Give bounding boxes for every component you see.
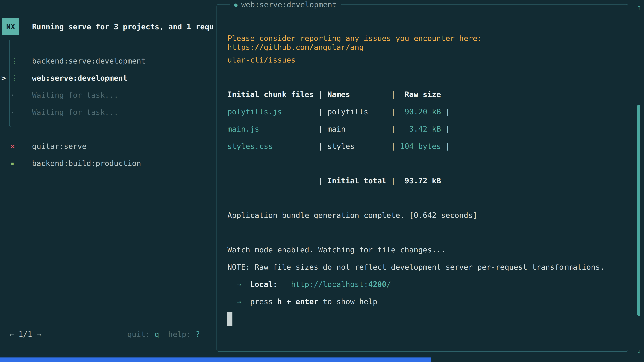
pipe-glyph: | <box>318 124 323 133</box>
page-prev-icon[interactable]: ← <box>10 330 14 339</box>
chunk-file: polyfills.js <box>228 107 314 116</box>
task-label: backend:serve:development <box>32 56 146 65</box>
task-label: Waiting for task... <box>32 108 118 117</box>
blank-line <box>228 68 621 86</box>
url-host: http://localhost: <box>291 280 368 289</box>
scroll-down-icon[interactable]: ↓ <box>635 346 643 356</box>
keyboard-hints: quit: q help: ? <box>127 326 200 343</box>
terminal-output: Please consider reporting any issues you… <box>217 4 628 328</box>
task-label: Waiting for task... <box>32 91 118 99</box>
chunk-table-header: Initial chunk files | Names | Raw size <box>228 86 621 103</box>
pipe-glyph: | <box>391 90 396 99</box>
task-label: guitar:serve <box>32 142 86 151</box>
initial-total-row: | Initial total | 93.72 kB <box>228 172 621 189</box>
blank-line <box>228 224 621 241</box>
spinner-icon: ⋮ <box>10 73 32 82</box>
chunk-size: 3.42 kB <box>400 124 441 133</box>
pipe-glyph: | <box>318 90 323 99</box>
chunk-size: 90.20 kB <box>400 107 441 116</box>
status-bar <box>0 358 431 362</box>
arrow-icon: → <box>236 280 241 289</box>
finished-task-list: × guitar:serve ▪ backend:build:productio… <box>0 138 141 172</box>
blank-line <box>228 155 621 172</box>
chunk-file: styles.css <box>228 142 314 151</box>
chunk-size: 104 bytes <box>400 142 441 151</box>
terminal-cursor <box>228 312 232 326</box>
left-panel-header: NX Running serve for 3 projects, and 1 r… <box>2 18 214 35</box>
task-row-backend-build[interactable]: ▪ backend:build:production <box>0 155 141 172</box>
initial-total-label: Initial total <box>327 176 386 185</box>
help-hint-line: → press h + enter to show help <box>228 293 621 310</box>
task-row-backend-serve[interactable]: ⋮ backend:serve:development <box>0 52 146 69</box>
waiting-dot-icon: · <box>10 91 32 99</box>
quit-hint-label: quit: <box>127 330 150 339</box>
local-label: Local: <box>250 280 278 289</box>
watch-mode-line: Watch mode enabled. Watching for file ch… <box>228 241 621 258</box>
output-panel-title-text: web:serve:development <box>241 0 336 9</box>
initial-total-size: 93.72 kB <box>400 176 441 185</box>
nx-logo: NX <box>2 18 19 35</box>
pipe-glyph: | <box>318 107 323 116</box>
task-row-waiting-1[interactable]: · Waiting for task... <box>0 86 146 104</box>
pipe-glyph: | <box>318 142 323 151</box>
url-tail: / <box>386 280 391 289</box>
run-summary-title: Running serve for 3 projects, and 1 requ <box>32 22 214 31</box>
scrollbar-thumb[interactable] <box>637 105 640 316</box>
help-suffix: to show help <box>323 297 377 306</box>
url-port: 4200 <box>368 280 386 289</box>
task-output-panel: ● web:serve:development Please consider … <box>216 4 628 352</box>
help-keys: h + enter <box>278 297 318 306</box>
output-panel-title: ● web:serve:development <box>230 0 341 9</box>
pipe-glyph: | <box>446 124 450 133</box>
page-indicator: 1/1 <box>18 330 32 339</box>
col-header-raw-size: Raw size <box>400 90 441 99</box>
running-task-list: ⋮ backend:serve:development ⋮ web:serve:… <box>0 52 146 121</box>
task-list-panel: NX Running serve for 3 projects, and 1 r… <box>0 0 216 362</box>
task-row-web-serve[interactable]: ⋮ web:serve:development <box>0 69 146 86</box>
pipe-glyph: | <box>446 142 450 151</box>
pipe-glyph: | <box>391 142 396 151</box>
col-header-names: Names <box>327 90 386 99</box>
blank-line <box>228 189 621 207</box>
quit-key: q <box>155 330 159 339</box>
page-next-icon[interactable]: → <box>37 330 41 339</box>
task-row-guitar-serve[interactable]: × guitar:serve <box>0 138 141 155</box>
task-label: backend:build:production <box>32 159 141 168</box>
pipe-glyph: | <box>391 107 396 116</box>
chunk-table-row: styles.css | styles | 104 bytes | <box>228 138 621 155</box>
local-url-link[interactable]: http://localhost:4200/ <box>291 280 391 289</box>
note-line: NOTE: Raw file sizes do not reflect deve… <box>228 258 621 276</box>
arrow-icon: → <box>236 297 241 306</box>
waiting-dot-icon: · <box>10 108 32 117</box>
chunk-name: styles <box>327 142 386 151</box>
help-key: ? <box>196 330 200 339</box>
task-row-waiting-2[interactable]: · Waiting for task... <box>0 104 146 121</box>
help-prefix: press <box>250 297 273 306</box>
chunk-table-row: main.js | main | 3.42 kB | <box>228 120 621 138</box>
pipe-glyph: | <box>391 176 396 185</box>
failed-x-icon: × <box>10 142 32 151</box>
chunk-file: main.js <box>228 124 314 133</box>
pipe-glyph: | <box>446 107 450 116</box>
issue-report-line-1: Please consider reporting any issues you… <box>228 34 621 51</box>
local-url-line: → Local: http://localhost:4200/ <box>228 276 621 293</box>
cursor-line <box>228 310 621 328</box>
issue-report-line-2: ular-cli/issues <box>228 51 621 68</box>
spinner-icon: ⋮ <box>10 56 32 65</box>
pipe-glyph: | <box>391 124 396 133</box>
scroll-up-icon[interactable]: ↑ <box>635 2 643 12</box>
chunk-name: main <box>327 124 386 133</box>
success-square-icon: ▪ <box>10 160 32 167</box>
chunk-table-row: polyfills.js | polyfills | 90.20 kB | <box>228 103 621 120</box>
chunk-name: polyfills <box>327 107 386 116</box>
col-header-files: Initial chunk files <box>228 90 314 99</box>
pipe-glyph: | <box>318 176 323 185</box>
running-dot-icon: ● <box>234 1 238 8</box>
pagination: ← 1/1 → <box>10 326 41 343</box>
bundle-complete-line: Application bundle generation complete. … <box>228 207 621 224</box>
help-hint-label: help: <box>168 330 191 339</box>
task-label: web:serve:development <box>32 73 128 82</box>
